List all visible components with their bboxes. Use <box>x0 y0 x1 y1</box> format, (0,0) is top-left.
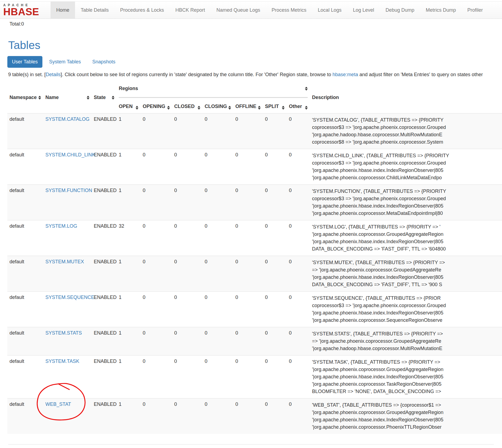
cell-split-count[interactable]: 0 <box>263 113 287 149</box>
col-header-name[interactable]: Name <box>43 93 92 102</box>
cell-other-count[interactable]: 0 <box>287 256 310 292</box>
cell-closed-count[interactable]: 0 <box>172 356 202 398</box>
table-name-link[interactable]: SYSTEM.CATALOG <box>45 116 89 122</box>
cell-other-count[interactable]: 0 <box>287 149 310 185</box>
cell-other-count[interactable]: 0 <box>287 185 310 220</box>
sort-icon[interactable] <box>305 106 308 110</box>
cell-other-count[interactable]: 0 <box>287 327 310 356</box>
cell-closing-count[interactable]: 0 <box>202 398 233 434</box>
cell-split-count[interactable]: 0 <box>263 256 287 292</box>
table-name-link[interactable]: WEB_STAT <box>45 401 71 407</box>
col-header-namespace[interactable]: Namespace <box>7 93 43 102</box>
cell-offline-count[interactable]: 0 <box>233 292 263 327</box>
cell-other-count[interactable]: 0 <box>287 398 310 434</box>
cell-closing-count[interactable]: 0 <box>202 185 233 220</box>
tab-system-tables[interactable]: System Tables <box>45 56 86 68</box>
table-name-link[interactable]: SYSTEM.CHILD_LINK <box>45 152 95 157</box>
cell-opening-count[interactable]: 0 <box>141 256 172 292</box>
cell-closed-count[interactable]: 0 <box>172 149 202 185</box>
cell-other-count[interactable]: 0 <box>287 292 310 327</box>
cell-opening-count[interactable]: 0 <box>141 149 172 185</box>
cell-split-count[interactable]: 0 <box>263 185 287 220</box>
sort-icon[interactable] <box>198 106 200 110</box>
cell-closed-count[interactable]: 0 <box>172 185 202 220</box>
cell-opening-count[interactable]: 0 <box>141 356 172 398</box>
col-header-other[interactable]: Other <box>287 102 310 113</box>
cell-open-count[interactable]: 1 <box>117 327 141 356</box>
sort-icon[interactable] <box>282 106 285 110</box>
cell-offline-count[interactable]: 0 <box>233 220 263 256</box>
cell-open-count[interactable]: 1 <box>117 356 141 398</box>
cell-split-count[interactable]: 0 <box>263 398 287 434</box>
cell-opening-count[interactable]: 0 <box>141 185 172 220</box>
table-name-link[interactable]: SYSTEM.MUTEX <box>45 259 84 264</box>
cell-split-count[interactable]: 0 <box>263 327 287 356</box>
cell-closed-count[interactable]: 0 <box>172 113 202 149</box>
cell-offline-count[interactable]: 0 <box>233 356 263 398</box>
col-header-closing[interactable]: CLOSING <box>202 102 233 113</box>
table-name-link[interactable]: SYSTEM.TASK <box>45 359 79 364</box>
cell-split-count[interactable]: 0 <box>263 356 287 398</box>
cell-offline-count[interactable]: 0 <box>233 398 263 434</box>
tab-user-tables[interactable]: User Tables <box>7 56 42 68</box>
cell-closing-count[interactable]: 0 <box>202 256 233 292</box>
cell-closing-count[interactable]: 0 <box>202 356 233 398</box>
cell-closing-count[interactable]: 0 <box>202 327 233 356</box>
table-name-link[interactable]: SYSTEM.LOG <box>45 223 77 229</box>
cell-split-count[interactable]: 0 <box>263 220 287 256</box>
cell-open-count[interactable]: 1 <box>117 113 141 149</box>
cell-closed-count[interactable]: 0 <box>172 292 202 327</box>
cell-opening-count[interactable]: 0 <box>141 398 172 434</box>
description-line: BLOOMFILTER => 'NONE', DATA_BLOCK_ENCODI… <box>312 388 502 395</box>
cell-closing-count[interactable]: 0 <box>202 220 233 256</box>
table-name-link[interactable]: SYSTEM.STATS <box>45 330 82 336</box>
col-header-split[interactable]: SPLIT <box>263 102 287 113</box>
col-header-offline[interactable]: OFFLINE <box>233 102 263 113</box>
cell-closed-count[interactable]: 0 <box>172 327 202 356</box>
cell-open-count[interactable]: 1 <box>117 256 141 292</box>
cell-closing-count[interactable]: 0 <box>202 292 233 327</box>
hbase-meta-link[interactable]: hbase:meta <box>332 72 358 77</box>
cell-open-count[interactable]: 1 <box>117 292 141 327</box>
sort-icon-regions[interactable] <box>305 87 308 91</box>
sort-icon-name[interactable] <box>87 96 89 100</box>
col-header-state[interactable]: State <box>92 93 117 102</box>
cell-opening-count[interactable]: 0 <box>141 292 172 327</box>
cell-opening-count[interactable]: 0 <box>141 220 172 256</box>
cell-split-count[interactable]: 0 <box>263 149 287 185</box>
col-header-open[interactable]: OPEN <box>117 102 141 113</box>
col-header-opening[interactable]: OPENING <box>141 102 172 113</box>
cell-closing-count[interactable]: 0 <box>202 113 233 149</box>
sort-icon[interactable] <box>167 106 170 110</box>
cell-offline-count[interactable]: 0 <box>233 327 263 356</box>
cell-closed-count[interactable]: 0 <box>172 220 202 256</box>
cell-other-count[interactable]: 0 <box>287 220 310 256</box>
cell-offline-count[interactable]: 0 <box>233 256 263 292</box>
cell-opening-count[interactable]: 0 <box>141 327 172 356</box>
cell-split-count[interactable]: 0 <box>263 292 287 327</box>
cell-name: SYSTEM.FUNCTION <box>43 185 92 220</box>
sort-icon[interactable] <box>228 106 231 110</box>
sort-icon[interactable] <box>136 106 138 110</box>
sort-icon[interactable] <box>258 106 261 110</box>
cell-open-count[interactable]: 1 <box>117 398 141 434</box>
cell-open-count[interactable]: 32 <box>117 220 141 256</box>
cell-closed-count[interactable]: 0 <box>172 256 202 292</box>
tab-snapshots[interactable]: Snapshots <box>88 56 120 68</box>
table-name-link[interactable]: SYSTEM.FUNCTION <box>45 188 92 193</box>
cell-other-count[interactable]: 0 <box>287 356 310 398</box>
cell-closing-count[interactable]: 0 <box>202 149 233 185</box>
cell-offline-count[interactable]: 0 <box>233 185 263 220</box>
cell-open-count[interactable]: 1 <box>117 185 141 220</box>
cell-offline-count[interactable]: 0 <box>233 113 263 149</box>
sort-icon-namespace[interactable] <box>38 96 41 100</box>
details-link[interactable]: Details <box>46 72 61 77</box>
table-name-link[interactable]: SYSTEM.SEQUENCE <box>45 295 94 300</box>
cell-open-count[interactable]: 1 <box>117 149 141 185</box>
sort-icon-state[interactable] <box>112 96 114 100</box>
cell-other-count[interactable]: 0 <box>287 113 310 149</box>
cell-opening-count[interactable]: 0 <box>141 113 172 149</box>
cell-closed-count[interactable]: 0 <box>172 398 202 434</box>
cell-offline-count[interactable]: 0 <box>233 149 263 185</box>
col-header-closed[interactable]: CLOSED <box>172 102 202 113</box>
